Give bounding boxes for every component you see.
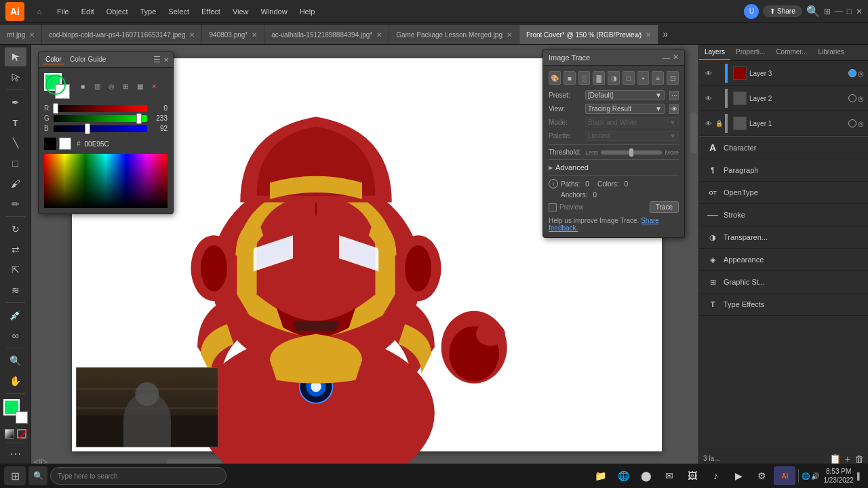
trace-lines[interactable]: ≡	[652, 71, 664, 85]
trace-threshold-slider[interactable]	[601, 150, 662, 155]
trace-view-options[interactable]: 👁	[669, 104, 679, 114]
menu-edit[interactable]: Edit	[76, 5, 100, 18]
delete-layer[interactable]: 🗑	[854, 453, 864, 464]
color-mode-linear[interactable]: ▥	[91, 80, 103, 92]
taskbar-video[interactable]: ▶	[728, 466, 749, 485]
r-slider-track[interactable]	[54, 105, 147, 112]
menu-file[interactable]: File	[52, 5, 75, 18]
hex-black-swatch[interactable]	[44, 138, 56, 150]
trace-silhouette[interactable]: ▪	[637, 71, 650, 85]
trace-button[interactable]: Trace	[650, 201, 679, 213]
prop-type-effects[interactable]: T Type Effects	[699, 293, 868, 316]
menu-help[interactable]: Help	[294, 5, 321, 18]
reflect-tool[interactable]: ⇄	[5, 240, 26, 259]
tab-940803[interactable]: 940803.png* ✕	[202, 25, 264, 44]
tab-cod[interactable]: cod-blops-cold-war-ps4-1607116653147.jpe…	[42, 25, 202, 44]
menu-view[interactable]: View	[227, 5, 254, 18]
menu-type[interactable]: Type	[135, 5, 162, 18]
b-slider-track[interactable]	[54, 125, 147, 132]
tab-940803-close[interactable]: ✕	[252, 31, 257, 39]
tab-front-close[interactable]: ✕	[646, 31, 651, 39]
layers-tab[interactable]: Layers	[699, 45, 730, 60]
menu-object[interactable]: Object	[101, 5, 134, 18]
toolbar-more[interactable]: ⋯	[9, 446, 22, 461]
none-swatch[interactable]	[17, 429, 26, 439]
share-button[interactable]: ⬆ Share	[763, 5, 802, 17]
layer-2-expand[interactable]: ◎	[858, 95, 864, 102]
color-guide-tab[interactable]: Color Guide	[67, 55, 108, 64]
hand-tool[interactable]: ✋	[5, 371, 26, 390]
color-mode-mesh[interactable]: ⊞	[119, 80, 132, 92]
trace-minimize[interactable]: —	[663, 54, 670, 62]
trace-bw[interactable]: ◑	[608, 71, 620, 85]
r-slider-thumb[interactable]	[53, 103, 58, 114]
show-desktop[interactable]: ▌	[855, 472, 864, 480]
pen-tool[interactable]: ✒	[5, 93, 26, 112]
tab-ac[interactable]: ac-valhalla-15121898884394.jpg* ✕	[264, 25, 389, 44]
color-panel-close[interactable]: ✕	[163, 56, 169, 64]
paintbrush-tool[interactable]: 🖌	[5, 174, 26, 193]
rotate-tool[interactable]: ↻	[5, 220, 26, 239]
trace-view-select[interactable]: Tracing Result ▼	[585, 104, 665, 114]
trace-outline[interactable]: □	[623, 71, 635, 85]
direct-selection-tool[interactable]	[5, 68, 26, 87]
taskbar-clock[interactable]: 8:53 PM 1/23/2022	[823, 467, 854, 485]
tab-mt-close[interactable]: ✕	[29, 31, 35, 39]
vertical-scrollbar[interactable]	[690, 113, 697, 153]
trace-low-color[interactable]: ░	[578, 71, 591, 85]
trace-close[interactable]: ✕	[673, 53, 679, 62]
g-slider-thumb[interactable]	[136, 113, 142, 124]
prop-stroke[interactable]: — Stroke	[699, 204, 868, 226]
color-mode-none[interactable]: ✕	[148, 80, 160, 92]
line-tool[interactable]: ╲	[5, 134, 26, 152]
prop-character[interactable]: A Character	[699, 137, 868, 159]
taskbar-music[interactable]: ♪	[705, 466, 726, 485]
tab-game[interactable]: Game Package Lesson Merged.jpg ✕	[389, 25, 519, 44]
layer-2-lock[interactable]	[714, 94, 724, 103]
zoom-tool[interactable]: 🔍	[5, 351, 26, 370]
taskbar-search[interactable]: Type here to search	[50, 467, 226, 485]
commer-tab[interactable]: Commer...	[770, 45, 812, 60]
home-icon[interactable]: ⌂	[31, 3, 47, 20]
tab-front-cover[interactable]: Front Cover* @ 150 % (RGB/Preview) ✕	[519, 25, 658, 44]
taskbar-photos[interactable]: 🖼	[682, 466, 703, 485]
color-mode-solid[interactable]: ■	[77, 80, 89, 92]
color-spectrum[interactable]	[44, 154, 167, 208]
menu-effect[interactable]: Effect	[196, 5, 226, 18]
preview-checkbox[interactable]	[549, 203, 557, 211]
tab-cod-close[interactable]: ✕	[189, 31, 195, 39]
advanced-row[interactable]: ▶ Advanced	[549, 163, 679, 171]
hex-white-swatch[interactable]	[59, 138, 71, 150]
tab-game-close[interactable]: ✕	[507, 31, 512, 39]
user-avatar[interactable]: U	[744, 4, 759, 19]
fg-bg-swatches[interactable]	[44, 73, 70, 99]
layer-2-visibility[interactable]: 👁	[703, 93, 714, 104]
trace-grayscale[interactable]: ▓	[593, 71, 605, 85]
g-slider-track[interactable]	[54, 115, 147, 122]
layer-3-expand[interactable]: ◎	[858, 70, 864, 77]
prop-opentype[interactable]: OT OpenType	[699, 182, 868, 204]
tab-overflow[interactable]: »	[658, 28, 672, 39]
add-layer[interactable]: +	[845, 453, 850, 464]
menu-window[interactable]: Window	[256, 5, 293, 18]
taskbar-search-icon[interactable]: 🔍	[28, 466, 47, 485]
color-panel-menu[interactable]: ☰	[153, 55, 161, 64]
color-mode-pattern[interactable]: ▦	[134, 80, 146, 92]
windows-start[interactable]: ⊞	[4, 466, 26, 485]
layer-item-3[interactable]: 👁 Layer 3 ◎	[699, 61, 868, 86]
taskbar-chrome[interactable]: ⬤	[635, 466, 657, 485]
search-icon[interactable]: 🔍	[806, 5, 820, 18]
layer-item-2[interactable]: 👁 Layer 2 ◎	[699, 86, 868, 111]
b-slider-thumb[interactable]	[85, 123, 90, 134]
warp-tool[interactable]: ≋	[5, 281, 26, 300]
menu-select[interactable]: Select	[163, 5, 195, 18]
canvas-area[interactable]: Color Color Guide ☰ ✕ ■	[31, 45, 698, 468]
taskbar-settings[interactable]: ⚙	[751, 466, 772, 485]
trace-auto-color[interactable]: 🎨	[549, 71, 561, 85]
taskbar-illustrator[interactable]: Ai	[774, 466, 795, 485]
trace-preset-options[interactable]: ⋯	[669, 91, 679, 100]
prop-appearance[interactable]: ◈ Appearance	[699, 249, 868, 271]
prop-graphic-styles[interactable]: ⊞ Graphic St...	[699, 271, 868, 293]
trace-threshold-thumb[interactable]	[629, 148, 633, 157]
taskbar-edge[interactable]: 🌐	[612, 466, 634, 485]
